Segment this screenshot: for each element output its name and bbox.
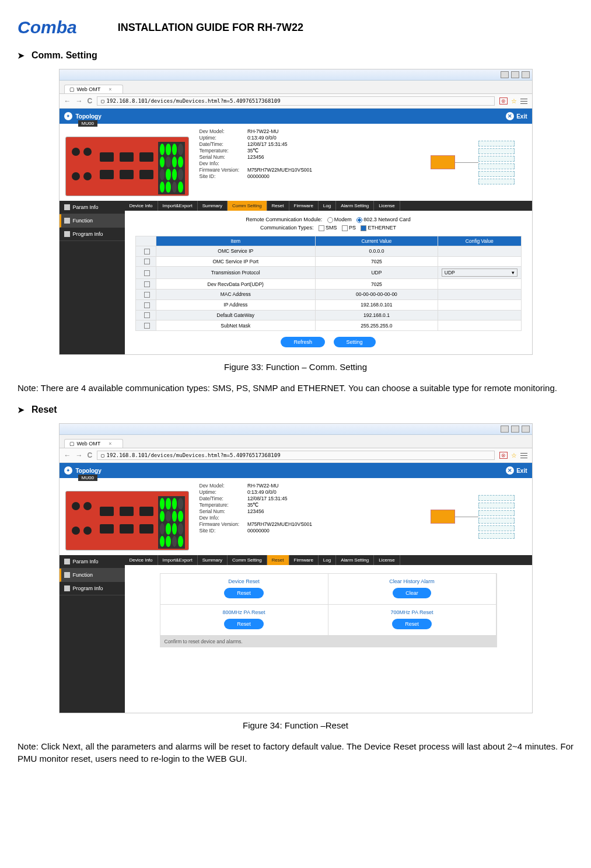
sidebar-item-program[interactable]: Program Info bbox=[60, 582, 125, 595]
browser-tab[interactable]: ▢ Web OMT × bbox=[64, 85, 123, 93]
reset-button[interactable]: Reset bbox=[392, 619, 432, 629]
bookmark-icon[interactable]: ⊗ bbox=[499, 97, 508, 104]
row-check[interactable] bbox=[144, 302, 150, 308]
refresh-button[interactable]: Refresh bbox=[281, 337, 325, 347]
tab-comm-setting[interactable]: Comm Setting bbox=[228, 201, 267, 211]
config-select[interactable]: UDP▾ bbox=[442, 269, 517, 277]
window-max-icon[interactable] bbox=[511, 71, 519, 78]
row-check[interactable] bbox=[144, 292, 150, 298]
sidebar-item-label: Program Info bbox=[73, 231, 103, 237]
topo-slot[interactable] bbox=[478, 503, 515, 508]
row-check[interactable] bbox=[144, 259, 150, 264]
tab-log[interactable]: Log bbox=[319, 201, 336, 211]
cell-config[interactable]: UDP▾ bbox=[438, 267, 521, 279]
close-tab-icon[interactable]: × bbox=[109, 86, 111, 92]
sidebar-item-program[interactable]: Program Info bbox=[60, 228, 125, 241]
radio-netcard[interactable] bbox=[356, 217, 362, 223]
reset-button[interactable]: Reset bbox=[224, 619, 264, 629]
tab-firmware[interactable]: Firmware bbox=[289, 555, 319, 565]
topology-label[interactable]: Topology bbox=[76, 468, 102, 474]
row-check[interactable] bbox=[144, 323, 150, 329]
bookmark-icon[interactable]: ⊗ bbox=[499, 452, 508, 459]
reload-icon[interactable]: C bbox=[88, 451, 93, 459]
tab-alarm[interactable]: Alarm Setting bbox=[336, 201, 374, 211]
browser-tab[interactable]: ▢ Web OMT × bbox=[64, 439, 123, 448]
exit-button[interactable]: ✕ Exit bbox=[506, 112, 527, 120]
topology-icon[interactable]: ✦ bbox=[64, 112, 72, 120]
sidebar-item-param[interactable]: Param Info bbox=[60, 555, 125, 569]
window-close-icon[interactable] bbox=[522, 426, 530, 433]
tab-import-export[interactable]: Import&Export bbox=[158, 555, 198, 565]
nav-back-icon[interactable]: ← bbox=[64, 97, 71, 105]
url-input[interactable]: ▢ 192.168.8.101/devices/muDevices.html?m… bbox=[97, 96, 494, 106]
topology-icon[interactable]: ✦ bbox=[64, 466, 72, 475]
cell-item: OMC Service IP Port bbox=[156, 256, 316, 267]
tab-alarm[interactable]: Alarm Setting bbox=[336, 555, 374, 565]
sidebar-item-param[interactable]: Param Info bbox=[60, 201, 125, 214]
close-tab-icon[interactable]: × bbox=[109, 441, 111, 447]
label: Firmware Version: bbox=[200, 167, 240, 173]
tab-reset[interactable]: Reset bbox=[267, 555, 289, 565]
tab-log[interactable]: Log bbox=[319, 555, 336, 565]
tab-device-info[interactable]: Device Info bbox=[125, 555, 158, 565]
star-icon[interactable]: ☆ bbox=[511, 452, 517, 459]
window-min-icon[interactable] bbox=[501, 426, 509, 433]
reset-button[interactable]: Reset bbox=[224, 588, 264, 598]
tab-license[interactable]: License bbox=[374, 555, 400, 565]
row-check[interactable] bbox=[144, 249, 150, 255]
topo-slot[interactable] bbox=[478, 510, 515, 516]
row-check[interactable] bbox=[144, 312, 150, 318]
topo-slot[interactable] bbox=[478, 156, 515, 162]
topology-label[interactable]: Topology bbox=[76, 113, 102, 120]
cell-config[interactable] bbox=[438, 310, 521, 320]
cell-config[interactable] bbox=[438, 256, 521, 267]
exit-button[interactable]: ✕ Exit bbox=[506, 466, 527, 475]
sidebar-item-function[interactable]: Function bbox=[60, 214, 125, 228]
topo-slot[interactable] bbox=[478, 533, 515, 539]
window-max-icon[interactable] bbox=[511, 426, 519, 433]
menu-icon[interactable] bbox=[520, 453, 527, 458]
topo-slot[interactable] bbox=[478, 148, 515, 154]
topo-slot[interactable] bbox=[478, 495, 515, 501]
cell-config[interactable] bbox=[438, 299, 521, 310]
topo-slot[interactable] bbox=[478, 163, 515, 169]
menu-icon[interactable] bbox=[520, 99, 527, 104]
tab-import-export[interactable]: Import&Export bbox=[158, 201, 198, 211]
nav-back-icon[interactable]: ← bbox=[64, 451, 71, 459]
cell-config[interactable] bbox=[438, 279, 521, 290]
nav-fwd-icon[interactable]: → bbox=[76, 451, 83, 459]
tab-summary[interactable]: Summary bbox=[198, 201, 228, 211]
topo-slot[interactable] bbox=[478, 171, 515, 177]
topo-node[interactable] bbox=[431, 510, 455, 524]
nav-fwd-icon[interactable]: → bbox=[76, 97, 83, 105]
tab-license[interactable]: License bbox=[374, 201, 400, 211]
cell-config[interactable] bbox=[438, 246, 521, 256]
url-input[interactable]: ▢ 192.168.8.101/devices/muDevices.html?m… bbox=[97, 451, 494, 460]
window-close-icon[interactable] bbox=[522, 71, 530, 78]
row-check[interactable] bbox=[144, 281, 150, 287]
check-sms[interactable] bbox=[319, 225, 324, 231]
topo-slot[interactable] bbox=[478, 179, 515, 184]
check-ps[interactable] bbox=[342, 225, 348, 231]
label: Dev Model: bbox=[200, 128, 240, 134]
sidebar-item-function[interactable]: Function bbox=[60, 569, 125, 582]
reload-icon[interactable]: C bbox=[88, 97, 93, 105]
window-min-icon[interactable] bbox=[501, 71, 509, 78]
check-ethernet[interactable] bbox=[361, 225, 366, 231]
tab-summary[interactable]: Summary bbox=[198, 555, 228, 565]
setting-button[interactable]: Setting bbox=[334, 337, 376, 347]
cell-config[interactable] bbox=[438, 290, 521, 300]
star-icon[interactable]: ☆ bbox=[511, 97, 517, 105]
topo-node[interactable] bbox=[431, 155, 455, 169]
tab-device-info[interactable]: Device Info bbox=[125, 201, 158, 211]
tab-comm-setting[interactable]: Comm Setting bbox=[228, 555, 267, 565]
tab-firmware[interactable]: Firmware bbox=[289, 201, 319, 211]
radio-modem[interactable] bbox=[327, 217, 333, 223]
cell-config[interactable] bbox=[438, 320, 521, 331]
tab-reset[interactable]: Reset bbox=[267, 201, 289, 211]
topo-slot[interactable] bbox=[478, 141, 515, 147]
row-check[interactable] bbox=[144, 270, 150, 276]
topo-slot[interactable] bbox=[478, 518, 515, 524]
reset-button[interactable]: Clear bbox=[393, 588, 431, 598]
topo-slot[interactable] bbox=[478, 525, 515, 531]
